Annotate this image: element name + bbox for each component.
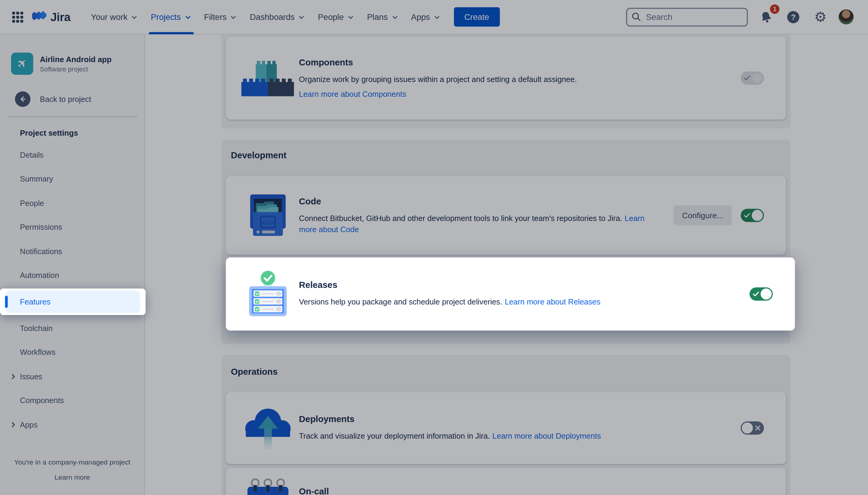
project-header: ✈ Airline Android app Software project bbox=[11, 52, 136, 74]
app-viewport: Jira Your work Projects Filters bbox=[0, 0, 868, 495]
jira-logo-text: Jira bbox=[50, 10, 70, 23]
nav-item[interactable]: Plans bbox=[361, 0, 405, 34]
search-icon bbox=[632, 12, 641, 21]
nav-item[interactable]: People bbox=[312, 0, 361, 34]
user-avatar[interactable] bbox=[839, 9, 854, 24]
releases-icon bbox=[237, 270, 299, 318]
releases-card-description: Versions help you package and schedule p… bbox=[299, 297, 502, 306]
sidebar-learn-more-link[interactable]: Learn more bbox=[55, 473, 90, 481]
chevron-down-icon bbox=[229, 13, 238, 22]
project-avatar: ✈ bbox=[11, 52, 33, 74]
sidebar-item[interactable]: Issues bbox=[5, 364, 139, 389]
chevron-down-icon bbox=[433, 13, 441, 22]
releases-learn-more-link[interactable]: Learn more about Releases bbox=[505, 297, 601, 306]
components-card-title: Components bbox=[299, 57, 730, 67]
sidebar: ✈ Airline Android app Software project B… bbox=[0, 34, 145, 495]
managed-project-note: You're in a company-managed project bbox=[5, 459, 139, 466]
operations-heading: Operations bbox=[231, 367, 278, 377]
primary-nav: Your work Projects Filters Dashboards bbox=[85, 0, 447, 34]
notification-badge: 1 bbox=[770, 4, 779, 14]
components-card-description: Organize work by grouping issues within … bbox=[299, 74, 577, 83]
chevron-right-icon bbox=[9, 420, 17, 429]
sidebar-nav: Details Summary bbox=[0, 143, 144, 437]
sidebar-item[interactable]: Toolchain bbox=[5, 316, 139, 340]
settings-gear-icon[interactable]: ⚙ bbox=[812, 8, 829, 26]
releases-card: Releases Versions help you package and s… bbox=[226, 257, 795, 330]
create-button[interactable]: Create bbox=[454, 7, 500, 27]
chevron-down-icon bbox=[347, 13, 355, 22]
svg-text:</>: </> bbox=[262, 220, 274, 227]
deployments-card-title: Deployments bbox=[299, 414, 730, 424]
nav-item[interactable]: Your work bbox=[85, 0, 145, 34]
oncall-card-title: On-call bbox=[299, 487, 753, 495]
components-toggle[interactable] bbox=[741, 71, 764, 85]
deployments-card: Deployments Track and visualize your dep… bbox=[226, 392, 786, 464]
releases-toggle[interactable] bbox=[749, 287, 773, 301]
jira-logo-mark-icon bbox=[32, 8, 47, 25]
chevron-down-icon bbox=[130, 13, 139, 22]
app-switcher-grid-icon[interactable] bbox=[9, 8, 27, 26]
search-input[interactable] bbox=[626, 7, 748, 26]
back-to-project-button[interactable]: Back to project bbox=[15, 91, 136, 107]
sidebar-item[interactable]: People bbox=[5, 191, 139, 215]
svg-text:?: ? bbox=[791, 13, 796, 21]
components-lego-icon bbox=[237, 60, 299, 96]
sidebar-item[interactable]: Permissions bbox=[5, 215, 139, 239]
sidebar-item[interactable]: Features bbox=[5, 291, 140, 313]
configure-button[interactable]: Configure... bbox=[674, 205, 732, 225]
project-settings-heading: Project settings bbox=[20, 129, 144, 137]
components-learn-more-link[interactable]: Learn more about Components bbox=[299, 89, 406, 98]
components-panel: Components Organize work by grouping iss… bbox=[222, 34, 791, 129]
project-type: Software project bbox=[40, 65, 111, 73]
nav-right-cluster: 1 ? ⚙ bbox=[626, 7, 868, 26]
components-card: Components Organize work by grouping iss… bbox=[226, 36, 786, 120]
chevron-down-icon bbox=[184, 13, 192, 22]
main-content: Components Organize work by grouping iss… bbox=[145, 34, 868, 495]
sidebar-item[interactable]: Components bbox=[5, 388, 139, 412]
development-heading: Development bbox=[231, 151, 287, 161]
help-icon[interactable]: ? bbox=[784, 8, 802, 26]
sidebar-item[interactable]: Details bbox=[5, 143, 139, 167]
deployments-cloud-icon bbox=[237, 404, 299, 452]
oncall-calendar-icon bbox=[237, 478, 299, 495]
code-card-description: Connect Bitbucket, GitHub and other deve… bbox=[299, 214, 622, 222]
sidebar-divider bbox=[7, 116, 137, 118]
code-card-title: Code bbox=[299, 197, 663, 206]
deployments-toggle[interactable] bbox=[741, 422, 764, 435]
nav-item[interactable]: Filters bbox=[198, 0, 244, 34]
release-check-badge-icon bbox=[261, 271, 275, 285]
deployments-learn-more-link[interactable]: Learn more about Deployments bbox=[492, 431, 601, 440]
sidebar-item[interactable]: Workflows bbox=[5, 340, 139, 364]
airplane-icon: ✈ bbox=[14, 56, 30, 72]
nav-item[interactable]: Projects bbox=[145, 0, 198, 34]
back-arrow-icon bbox=[15, 91, 31, 107]
code-card: </> Code Connect Bitbucket, GitHub and o… bbox=[226, 176, 786, 255]
nav-item[interactable]: Apps bbox=[405, 0, 447, 34]
sidebar-item[interactable]: Automation bbox=[5, 263, 139, 287]
back-to-project-label: Back to project bbox=[40, 95, 91, 103]
code-toggle[interactable] bbox=[741, 209, 764, 222]
releases-card-title: Releases bbox=[299, 280, 739, 290]
top-nav: Jira Your work Projects Filters bbox=[0, 0, 868, 34]
chevron-down-icon bbox=[390, 13, 399, 22]
jira-logo[interactable]: Jira bbox=[32, 8, 71, 25]
development-panel: Development </> bbox=[222, 140, 791, 344]
sidebar-item[interactable]: Notifications bbox=[5, 239, 139, 263]
deployments-card-description: Track and visualize your deployment info… bbox=[299, 431, 490, 440]
chevron-right-icon bbox=[9, 372, 17, 381]
code-icon: </> bbox=[237, 194, 299, 237]
sidebar-item[interactable]: Apps bbox=[5, 412, 139, 437]
notifications-bell-icon[interactable]: 1 bbox=[758, 8, 775, 26]
sidebar-item[interactable]: Summary bbox=[5, 167, 139, 191]
sidebar-footer: You're in a company-managed project Lear… bbox=[0, 459, 144, 495]
nav-item[interactable]: Dashboards bbox=[244, 0, 312, 34]
project-name: Airline Android app bbox=[40, 54, 111, 63]
search-box bbox=[626, 7, 748, 26]
chevron-down-icon bbox=[297, 13, 306, 22]
oncall-card: On-call bbox=[226, 468, 786, 495]
operations-panel: Operations bbox=[222, 355, 791, 495]
